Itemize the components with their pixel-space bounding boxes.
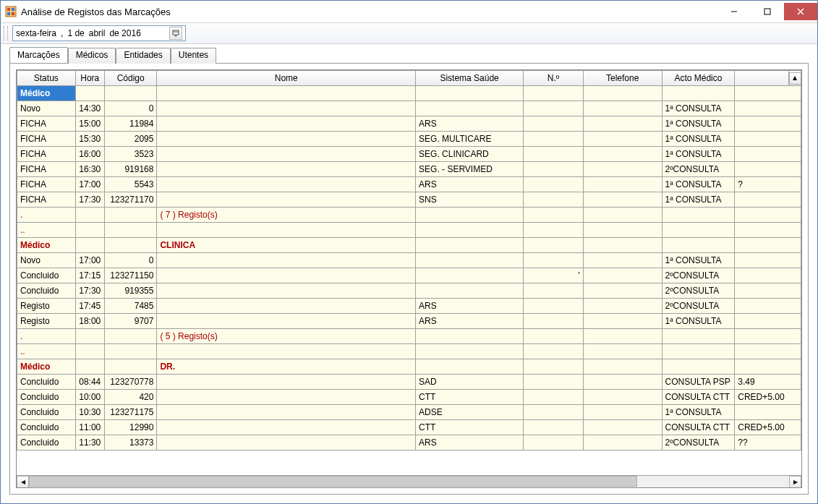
hscroll-thumb[interactable]	[29, 476, 637, 487]
tab-utentes[interactable]: Utentes	[171, 48, 216, 64]
horizontal-scrollbar[interactable]: ◂ ▸	[17, 475, 801, 487]
table-row[interactable]: Concluido11:0012990CTTCONSULTA CTTCRED+5…	[17, 420, 801, 435]
table-row[interactable]: ..	[17, 223, 801, 238]
cell	[735, 238, 801, 253]
cell: ARS	[416, 314, 524, 329]
cell: Concluido	[17, 283, 76, 299]
cell	[735, 147, 801, 162]
cell	[157, 405, 416, 420]
cell: CLINICA	[157, 238, 416, 253]
cell: ADSE	[416, 405, 524, 420]
hscroll-right-arrow[interactable]: ▸	[789, 476, 801, 488]
table-row[interactable]: FICHA16:30919168SEG. - SERVIMED2ºCONSULT…	[17, 162, 801, 177]
cell	[104, 344, 157, 359]
cell	[524, 132, 584, 147]
table-row[interactable]: .( 5 ) Registo(s)	[17, 329, 801, 344]
cell	[524, 101, 584, 116]
cell	[157, 420, 416, 435]
cell: 3.49	[735, 375, 801, 390]
table-row[interactable]: Registo18:009707ARS1ª CONSULTA	[17, 314, 801, 329]
table-row[interactable]: Novo17:0001ª CONSULTA	[17, 253, 801, 268]
col-header-hora[interactable]: Hora	[75, 71, 104, 86]
col-header-nome[interactable]: Nome	[157, 71, 416, 86]
col-header-status[interactable]: Status	[17, 71, 76, 86]
cell	[583, 86, 662, 101]
table-row[interactable]: Concluido08:44123270778SADCONSULTA PSP3.…	[17, 375, 801, 390]
cell	[157, 192, 416, 208]
cell: 123271170	[104, 192, 157, 208]
table-row[interactable]: Concluido11:3013373ARS2ºCONSULTA??	[17, 435, 801, 450]
cell	[583, 299, 662, 314]
col-header-extra[interactable]	[735, 71, 789, 86]
date-picker-dropdown-button[interactable]	[169, 27, 182, 40]
cell	[583, 101, 662, 116]
tab-entidades[interactable]: Entidades	[116, 48, 170, 64]
cell	[416, 86, 524, 101]
table-row[interactable]: .( 7 ) Registo(s)	[17, 208, 801, 223]
cell	[75, 359, 104, 375]
table-row[interactable]: Médico	[17, 86, 801, 101]
cell	[662, 238, 735, 253]
cell: FICHA	[17, 162, 76, 177]
cell: 0	[104, 101, 157, 116]
cell	[735, 344, 801, 359]
table-row[interactable]: FICHA15:302095SEG. MULTICARE1ª CONSULTA	[17, 132, 801, 147]
col-header-acto[interactable]: Acto Médico	[662, 71, 735, 86]
tab-médicos[interactable]: Médicos	[68, 48, 116, 64]
col-header-no[interactable]: N.º	[524, 71, 584, 86]
table-row[interactable]: ..	[17, 344, 801, 359]
table-row[interactable]: Registo17:457485ARS2ºCONSULTA	[17, 299, 801, 314]
cell	[735, 405, 801, 420]
app-window: Análise de Registos das Marcações sexta-…	[0, 0, 818, 504]
cell	[104, 329, 157, 344]
cell: SEG. - SERVIMED	[416, 162, 524, 177]
table-row[interactable]: Concluido10:30123271175ADSE1ª CONSULTA	[17, 405, 801, 420]
close-button[interactable]	[784, 3, 817, 20]
date-picker[interactable]: sexta-feira , 1 de abril de 2016	[12, 25, 186, 41]
cell: 1ª CONSULTA	[662, 253, 735, 268]
cell	[524, 208, 584, 223]
cell	[416, 223, 524, 238]
cell: 5543	[104, 177, 157, 192]
table-row[interactable]: Concluido17:309193552ºCONSULTA	[17, 283, 801, 299]
cell: 14:30	[75, 101, 104, 116]
cell: 17:30	[75, 283, 104, 299]
cell: 123271175	[104, 405, 157, 420]
cell: Concluido	[17, 405, 76, 420]
col-header-sistema[interactable]: Sistema Saúde	[416, 71, 524, 86]
hscroll-left-arrow[interactable]: ◂	[17, 476, 29, 488]
cell: 0	[104, 253, 157, 268]
cell: ARS	[416, 177, 524, 192]
cell: FICHA	[17, 147, 76, 162]
cell	[75, 344, 104, 359]
dp-weekday: sexta-feira	[16, 28, 56, 38]
table-row[interactable]: FICHA17:30123271170SNS1ª CONSULTA	[17, 192, 801, 208]
cell	[416, 101, 524, 116]
cell: FICHA	[17, 116, 76, 132]
table-row[interactable]: FICHA17:005543ARS1ª CONSULTA?	[17, 177, 801, 192]
cell	[662, 208, 735, 223]
tab-marcações[interactable]: Marcações	[9, 47, 68, 63]
cell	[157, 162, 416, 177]
hscroll-track[interactable]	[29, 476, 789, 488]
cell	[583, 238, 662, 253]
table-row[interactable]: MédicoCLINICA	[17, 238, 801, 253]
cell: ( 7 ) Registo(s)	[157, 208, 416, 223]
col-header-codigo[interactable]: Código	[104, 71, 157, 86]
table-row[interactable]: FICHA16:003523SEG. CLINICARD1ª CONSULTA	[17, 147, 801, 162]
table-row[interactable]: FICHA15:0011984ARS1ª CONSULTA	[17, 116, 801, 132]
table-row[interactable]: Concluido10:00420CTTCONSULTA CTTCRED+5.0…	[17, 390, 801, 405]
toolbar-grip	[4, 26, 8, 40]
cell: 17:00	[75, 177, 104, 192]
cell: 11:00	[75, 420, 104, 435]
table-row[interactable]: Novo14:3001ª CONSULTA	[17, 101, 801, 116]
scroll-up-button[interactable]: ▴	[788, 71, 801, 86]
minimize-button[interactable]	[717, 3, 751, 20]
cell: ?	[735, 177, 801, 192]
cell	[583, 314, 662, 329]
table-row[interactable]: Concluido17:15123271150'2ºCONSULTA	[17, 268, 801, 283]
table-row[interactable]: MédicoDR.	[17, 359, 801, 375]
maximize-button[interactable]	[751, 3, 784, 20]
col-header-telefone[interactable]: Telefone	[583, 71, 662, 86]
cell: Novo	[17, 253, 76, 268]
